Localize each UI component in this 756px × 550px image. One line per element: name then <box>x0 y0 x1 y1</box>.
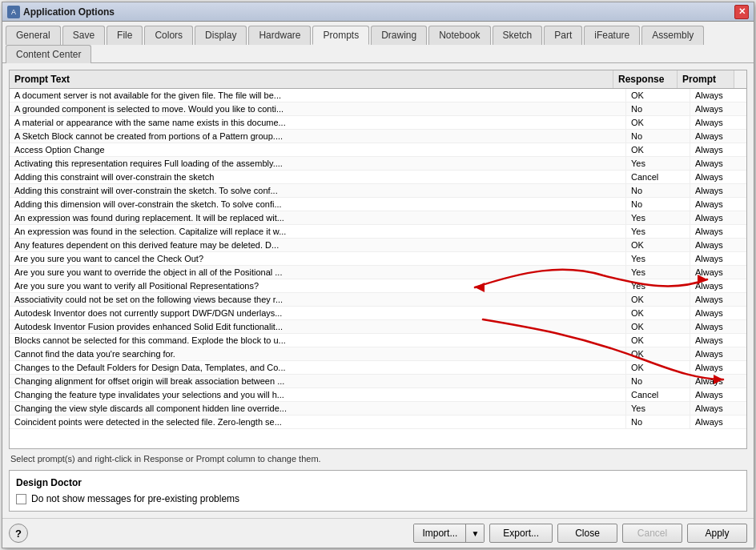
cell-prompt-text: Adding this dimension will over-constrai… <box>10 198 626 211</box>
help-button[interactable]: ? <box>9 524 28 543</box>
cell-prompt-val: Always <box>690 361 746 374</box>
cell-prompt-val: Always <box>690 279 746 292</box>
cell-prompt-val: Always <box>690 89 746 102</box>
cell-response: Yes <box>626 266 690 279</box>
table-row[interactable]: Adding this constraint will over-constra… <box>10 171 746 184</box>
table-scroll-area[interactable]: A document server is not available for t… <box>10 89 746 448</box>
cell-response: OK <box>626 143 690 156</box>
cell-prompt-val: Always <box>690 198 746 211</box>
cell-response: No <box>626 416 690 428</box>
cell-prompt-text: A Sketch Block cannot be created from po… <box>10 130 626 143</box>
table-row[interactable]: A document server is not available for t… <box>10 89 746 102</box>
cell-response: Yes <box>626 225 690 238</box>
design-doctor-checkbox-row: Do not show messages for pre-existing pr… <box>16 493 740 504</box>
table-row[interactable]: Blocks cannot be selected for this comma… <box>10 334 746 347</box>
tab-colors[interactable]: Colors <box>144 26 193 45</box>
cell-prompt-text: Adding this constraint will over-constra… <box>10 171 626 183</box>
cell-prompt-text: Adding this constraint will over-constra… <box>10 184 626 197</box>
table-row[interactable]: Autodesk Inventor does not currently sup… <box>10 307 746 320</box>
table-row[interactable]: A material or appearance with the same n… <box>10 116 746 130</box>
close-button[interactable]: Close <box>557 524 617 543</box>
table-row[interactable]: Changes to the Default Folders for Desig… <box>10 361 746 375</box>
window-icon: A <box>7 6 20 18</box>
table-row[interactable]: Changing the feature type invalidates yo… <box>10 388 746 402</box>
cell-prompt-text: Are you sure you want to override the ob… <box>10 266 626 279</box>
export-button[interactable]: Export... <box>489 524 553 543</box>
cell-response: No <box>626 130 690 143</box>
cell-prompt-text: An expression was found in the selection… <box>10 225 626 238</box>
cell-prompt-text: Changing the feature type invalidates yo… <box>10 388 626 401</box>
tab-notebook[interactable]: Notebook <box>428 26 490 45</box>
tab-part[interactable]: Part <box>544 26 582 45</box>
cancel-button[interactable]: Cancel <box>622 524 682 543</box>
cell-response: Yes <box>626 252 690 265</box>
table-row[interactable]: Any features dependent on this derived f… <box>10 239 746 252</box>
cell-prompt-val: Always <box>690 102 746 115</box>
cell-prompt-val: Always <box>690 225 746 238</box>
tab-drawing[interactable]: Drawing <box>371 26 427 45</box>
design-doctor-label: Do not show messages for pre-existing pr… <box>31 493 239 504</box>
table-row[interactable]: Are you sure you want to override the ob… <box>10 266 746 279</box>
import-dropdown-arrow[interactable]: ▼ <box>466 524 484 542</box>
table-row[interactable]: Changing the view style discards all com… <box>10 402 746 416</box>
cell-response: OK <box>626 307 690 319</box>
close-window-button[interactable]: ✕ <box>734 5 749 19</box>
cell-prompt-text: Cannot find the data you're searching fo… <box>10 347 626 360</box>
table-row[interactable]: An expression was found during replaceme… <box>10 211 746 225</box>
table-row[interactable]: Changing alignment for offset origin wil… <box>10 375 746 388</box>
cell-prompt-text: Any features dependent on this derived f… <box>10 239 626 251</box>
cell-response: Cancel <box>626 171 690 183</box>
table-row[interactable]: Are you sure you want to verify all Posi… <box>10 279 746 293</box>
cell-prompt-text: A grounded component is selected to move… <box>10 102 626 115</box>
tab-file[interactable]: File <box>107 26 143 45</box>
table-row[interactable]: Adding this dimension will over-constrai… <box>10 198 746 211</box>
table-row[interactable]: Associativity could not be set on the fo… <box>10 293 746 307</box>
design-doctor-title: Design Doctor <box>16 477 740 488</box>
cell-response: Yes <box>626 402 690 415</box>
apply-button[interactable]: Apply <box>687 524 747 543</box>
cell-prompt-text: Changes to the Default Folders for Desig… <box>10 361 626 374</box>
tab-prompts[interactable]: Prompts <box>312 26 369 45</box>
cell-prompt-text: Associativity could not be set on the fo… <box>10 293 626 306</box>
table-row[interactable]: Coincident points were detected in the s… <box>10 416 746 429</box>
tab-ifeature[interactable]: iFeature <box>584 26 640 45</box>
table-row[interactable]: Adding this constraint will over-constra… <box>10 184 746 198</box>
window-title: Application Options <box>23 6 115 18</box>
cell-response: OK <box>626 293 690 306</box>
cell-prompt-text: Are you sure you want to verify all Posi… <box>10 279 626 292</box>
cell-prompt-val: Always <box>690 293 746 306</box>
cell-prompt-text: Changing alignment for offset origin wil… <box>10 375 626 387</box>
cell-response: Yes <box>626 211 690 224</box>
table-row[interactable]: Autodesk Inventor Fusion provides enhanc… <box>10 320 746 334</box>
title-bar: A Application Options ✕ <box>2 2 754 22</box>
cell-prompt-val: Always <box>690 116 746 129</box>
table-row[interactable]: An expression was found in the selection… <box>10 225 746 239</box>
cell-prompt-val: Always <box>690 184 746 197</box>
cell-response: OK <box>626 320 690 333</box>
table-row[interactable]: Cannot find the data you're searching fo… <box>10 347 746 361</box>
table-row[interactable]: A Sketch Block cannot be created from po… <box>10 130 746 143</box>
col-header-response: Response <box>613 70 678 88</box>
cell-response: No <box>626 102 690 115</box>
tab-content-center[interactable]: Content Center <box>6 45 91 63</box>
cell-response: OK <box>626 361 690 374</box>
table-row[interactable]: Are you sure you want to cancel the Chec… <box>10 252 746 266</box>
tab-assembly[interactable]: Assembly <box>641 26 704 45</box>
table-row[interactable]: Access Option ChangeOKAlways <box>10 143 746 157</box>
table-row[interactable]: Activating this representation requires … <box>10 157 746 171</box>
hint-text: Select prompt(s) and right-click in Resp… <box>9 449 747 465</box>
prompts-table[interactable]: Prompt Text Response Prompt A document s… <box>9 70 747 449</box>
design-doctor-checkbox[interactable] <box>16 494 26 504</box>
cell-prompt-text: Blocks cannot be selected for this comma… <box>10 334 626 347</box>
tab-display[interactable]: Display <box>195 26 247 45</box>
cell-prompt-val: Always <box>690 320 746 333</box>
cell-prompt-text: Changing the view style discards all com… <box>10 402 626 415</box>
application-options-window: A Application Options ✕ GeneralSaveFileC… <box>2 2 754 548</box>
cell-prompt-text: Coincident points were detected in the s… <box>10 416 626 428</box>
tab-hardware[interactable]: Hardware <box>248 26 311 45</box>
tab-save[interactable]: Save <box>62 26 105 45</box>
tab-general[interactable]: General <box>6 26 61 45</box>
import-button[interactable]: Import... <box>414 524 466 542</box>
tab-sketch[interactable]: Sketch <box>493 26 543 45</box>
table-row[interactable]: A grounded component is selected to move… <box>10 102 746 116</box>
